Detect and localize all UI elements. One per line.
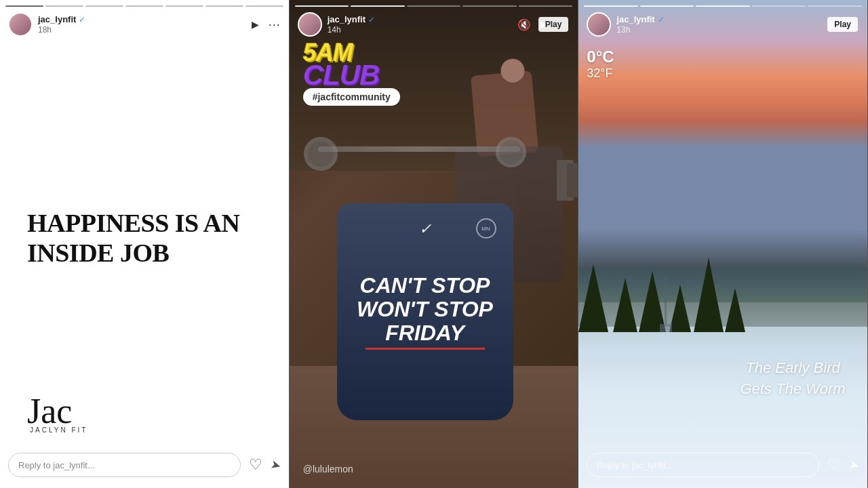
temp-celsius: 0°C [587,47,614,66]
shirt-line-1: CAN'T STOP [360,273,490,298]
progress-bars-2 [295,5,573,7]
play-btn-container: Play [538,17,569,32]
username-1: jac_lynfit [38,14,76,24]
reply-input-3[interactable]: Reply to jac_lynfit... [587,453,819,477]
heart-icon-3[interactable]: ♡ [827,456,841,474]
progress-bar [808,5,862,7]
story-header-1: jac_lynfit ✓ 18h ▶ ··· [8,12,281,37]
header-info-1: jac_lynfit ✓ 18h [38,14,252,35]
avatar-2[interactable] [298,12,322,37]
story-header-3: jac_lynfit ✓ 13h ▶ ··· [587,12,859,37]
avatar-image-3 [588,14,610,35]
username-row-2: jac_lynfit ✓ [328,14,518,24]
progress-bar [5,5,43,7]
hashtag-pill[interactable]: #jacfitcommunity [303,88,400,106]
verified-icon-1: ✓ [79,15,85,24]
progress-bar [351,5,405,7]
avatar-image-1 [9,14,31,35]
progress-bar [295,5,349,7]
tree-5 [694,258,724,332]
progress-bar [584,5,638,7]
weight-plate-2 [567,163,578,197]
username-2: jac_lynfit [328,14,366,24]
temperature-display: 0°C 32°F [587,47,614,81]
club-text: CLUB [303,62,380,88]
username-row-3: jac_lynfit ✓ [616,14,830,24]
early-bird-caption: The Early Bird Gets The Worm [732,358,854,400]
timestamp-2: 14h [328,25,518,35]
progress-bar [205,5,243,7]
brand-name: JACLYN FIT [30,426,87,434]
signature: Jac [27,394,87,429]
play-button-1[interactable]: ▶ [252,19,259,30]
progress-bar [165,5,203,7]
header-info-2: jac_lynfit ✓ 14h [328,14,518,35]
more-button-1[interactable]: ··· [269,18,281,32]
tree-6 [725,288,745,332]
hashtag-text: #jacfitcommunity [313,92,391,102]
reply-bar-3: Reply to jac_lynfit... ♡ ➤ [587,453,859,477]
progress-bar [519,5,573,7]
signature-area: Jac JACLYN FIT [27,394,87,434]
progress-bars-3 [584,5,862,7]
weight-right [496,137,526,167]
verified-icon-3: ✓ [658,15,665,24]
team-logo-text: MN [481,226,490,232]
temp-fahrenheit: 32°F [587,66,614,81]
timestamp-3: 13h [616,25,830,35]
progress-bar [640,5,694,7]
reply-placeholder-3: Reply to jac_lynfit... [597,460,673,470]
play-btn-text-3[interactable]: Play [827,17,858,32]
shirt-line-3: FRIDAY [385,321,465,345]
quote-container: HAPPINESS IS AN INSIDE JOB [27,209,289,268]
progress-bar [407,5,461,7]
mute-button-2[interactable]: 🔇 [517,18,531,31]
shirt-overlay: ✓ MN CAN'T STOP WON'T STOP FRIDAY [337,203,513,420]
story-panel-2: ✓ MN CAN'T STOP WON'T STOP FRIDAY jac_ly… [290,0,579,488]
shirt-underline [366,348,485,350]
tree-1 [578,264,608,332]
progress-bar [85,5,123,7]
avatar-image-2 [299,14,321,35]
send-icon-3[interactable]: ➤ [847,456,861,473]
barbell-bar [318,146,520,152]
team-logo: MN [476,218,496,239]
progress-bar [696,5,750,7]
header-actions-1: ▶ ··· [252,18,281,32]
progress-bar [125,5,163,7]
basketball-hoop [660,277,672,332]
hoop-board [660,324,672,332]
avatar-1[interactable] [8,12,33,37]
progress-bar [752,5,806,7]
sky-gradient [578,0,867,268]
story-header-2: jac_lynfit ✓ 14h 🔇 ▶ ··· [298,12,570,37]
progress-bars-1 [5,5,283,7]
hoop-pole [665,277,667,324]
username-row-1: jac_lynfit ✓ [38,14,252,24]
play-btn-container-3: Play [827,17,858,32]
story-panel-3: jac_lynfit ✓ 13h ▶ ··· Play 0°C 32°F The… [578,0,868,488]
shirt-line-2: WON'T STOP [357,297,493,321]
timestamp-1: 18h [38,25,252,35]
progress-bar [45,5,83,7]
play-btn-text-2[interactable]: Play [538,17,569,32]
nike-swoosh: ✓ [419,220,431,238]
story-panel-1: jac_lynfit ✓ 18h ▶ ··· HAPPINESS IS AN I… [0,0,290,488]
weight-left [304,137,338,171]
shirt-text: CAN'T STOP WON'T STOP FRIDAY [357,274,493,346]
avatar-3[interactable] [587,12,611,37]
reply-input-1[interactable]: Reply to jac_lynfit... [8,453,241,477]
progress-bar [462,5,517,7]
main-quote: HAPPINESS IS AN INSIDE JOB [27,209,289,268]
club-label: 5AM CLUB [303,41,380,88]
tree-4 [669,285,691,332]
username-3: jac_lynfit [616,14,654,24]
header-info-3: jac_lynfit ✓ 13h [616,14,830,35]
progress-bar [245,5,283,7]
reply-placeholder-1: Reply to jac_lynfit... [18,460,95,470]
heart-icon-1[interactable]: ♡ [249,456,262,474]
verified-icon-2: ✓ [368,15,375,24]
tree-2 [613,278,637,332]
send-icon-1[interactable]: ➤ [269,456,282,473]
reply-bar-1: Reply to jac_lynfit... ♡ ➤ [8,453,281,477]
